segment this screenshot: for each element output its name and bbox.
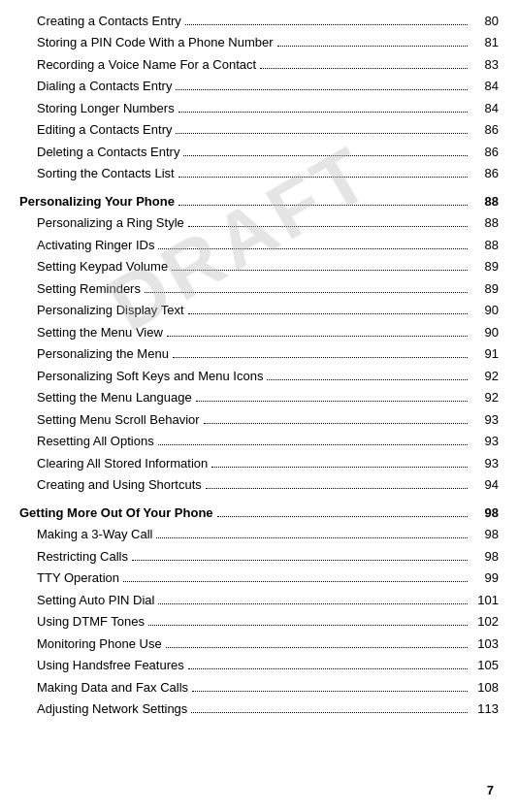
toc-dots-storing-pin (277, 46, 468, 47)
toc-row-sorting-contacts: Sorting the Contacts List86 (19, 163, 499, 185)
toc-row-resetting-options: Resetting All Options93 (19, 431, 499, 453)
toc-page-setting-keypad: 89 (471, 257, 499, 276)
toc-dots-setting-menu-scroll (204, 423, 468, 424)
toc-page-dialing-contacts: 84 (471, 77, 499, 96)
toc-page-storing-pin: 81 (471, 33, 499, 52)
toc-title-getting-more-header: Getting More Out Of Your Phone (19, 503, 213, 523)
toc-page-personalizing-display: 90 (471, 301, 499, 320)
toc-page-setting-menu-lang: 92 (471, 388, 499, 407)
toc-dots-setting-menu-view (167, 336, 468, 337)
toc-title-setting-reminders: Setting Reminders (19, 279, 141, 299)
toc-title-activating-ringer: Activating Ringer IDs (19, 236, 154, 255)
toc-dots-personalizing-menu (173, 357, 468, 358)
toc-title-making-3way: Making a 3-Way Call (19, 525, 152, 544)
toc-title-personalizing-header: Personalizing Your Phone (19, 192, 175, 211)
toc-page-creating-shortcuts: 94 (471, 475, 499, 495)
toc-title-resetting-options: Resetting All Options (19, 432, 154, 451)
toc-page-setting-auto-pin: 101 (471, 591, 499, 610)
toc-dots-clearing-stored (211, 467, 468, 468)
toc-page-personalizing-soft: 92 (471, 367, 499, 386)
toc-title-tty-operation: TTY Operation (19, 568, 119, 588)
toc-row-storing-longer: Storing Longer Numbers84 (19, 97, 499, 119)
toc-page-making-3way: 98 (471, 525, 499, 544)
toc-page-storing-longer: 84 (471, 99, 499, 118)
toc-dots-getting-more-header (217, 516, 468, 517)
toc-page-tty-operation: 99 (471, 568, 499, 588)
toc-title-personalizing-ring: Personalizing a Ring Style (19, 213, 184, 233)
toc-row-using-handsfree: Using Handsfree Features105 (19, 655, 499, 677)
toc-page-personalizing-ring: 88 (471, 213, 499, 233)
toc-page-deleting-contacts: 86 (471, 143, 499, 162)
toc-page-monitoring-phone: 103 (471, 634, 499, 654)
toc-dots-creating-contacts (185, 24, 468, 25)
toc-page-resetting-options: 93 (471, 432, 499, 451)
toc-page-restricting-calls: 98 (471, 547, 499, 567)
toc-dots-editing-contacts (176, 133, 468, 134)
toc-dots-setting-reminders (145, 292, 468, 293)
toc-dots-tty-operation (123, 581, 468, 582)
toc-page-sorting-contacts: 86 (471, 164, 499, 183)
toc-title-sorting-contacts: Sorting the Contacts List (19, 164, 175, 183)
toc-dots-monitoring-phone (166, 647, 468, 648)
toc-row-recording-voice: Recording a Voice Name For a Contact83 (19, 53, 499, 76)
toc-page-setting-menu-view: 90 (471, 323, 499, 342)
toc-title-creating-contacts: Creating a Contacts Entry (19, 12, 181, 31)
toc-row-getting-more-header: Getting More Out Of Your Phone98 (19, 502, 499, 524)
toc-row-creating-contacts: Creating a Contacts Entry80 (19, 10, 499, 32)
toc-dots-setting-keypad (172, 270, 468, 271)
toc-dots-using-handsfree (188, 668, 468, 669)
toc-title-storing-pin: Storing a PIN Code With a Phone Number (19, 33, 274, 52)
toc-page-activating-ringer: 88 (471, 236, 499, 255)
toc-title-setting-keypad: Setting Keypad Volume (19, 257, 168, 276)
toc-dots-personalizing-display (188, 313, 469, 314)
toc-page-setting-reminders: 89 (471, 279, 499, 299)
toc-row-setting-auto-pin: Setting Auto PIN Dial101 (19, 589, 499, 611)
toc-row-storing-pin: Storing a PIN Code With a Phone Number81 (19, 32, 499, 54)
toc-title-setting-menu-view: Setting the Menu View (19, 323, 163, 342)
toc-title-setting-auto-pin: Setting Auto PIN Dial (19, 591, 154, 610)
toc-dots-personalizing-header (178, 205, 468, 206)
toc-row-setting-menu-scroll: Setting Menu Scroll Behavior93 (19, 408, 499, 431)
toc-dots-recording-voice (260, 68, 468, 69)
toc-page-adjusting-network: 113 (471, 699, 499, 719)
toc-dots-restricting-calls (132, 560, 468, 561)
toc-page-personalizing-header: 88 (471, 192, 499, 211)
toc-page-making-data-fax: 108 (471, 678, 499, 698)
toc-row-tty-operation: TTY Operation99 (19, 568, 499, 590)
toc-row-personalizing-soft: Personalizing Soft Keys and Menu Icons92 (19, 365, 499, 387)
toc-dots-deleting-contacts (183, 155, 468, 156)
toc-dots-resetting-options (158, 444, 468, 445)
toc-list: Creating a Contacts Entry80Storing a PIN… (19, 10, 499, 720)
toc-title-recording-voice: Recording a Voice Name For a Contact (19, 55, 256, 75)
toc-page-getting-more-header: 98 (471, 503, 499, 523)
toc-title-dialing-contacts: Dialing a Contacts Entry (19, 77, 172, 96)
toc-title-clearing-stored: Clearing All Stored Information (19, 454, 208, 473)
toc-title-adjusting-network: Adjusting Network Settings (19, 699, 187, 719)
toc-row-setting-menu-view: Setting the Menu View90 (19, 321, 499, 343)
toc-row-using-dtmf: Using DTMF Tones102 (19, 611, 499, 633)
toc-title-setting-menu-lang: Setting the Menu Language (19, 388, 192, 407)
toc-dots-setting-menu-lang (196, 401, 468, 402)
toc-title-making-data-fax: Making Data and Fax Calls (19, 678, 188, 698)
toc-row-adjusting-network: Adjusting Network Settings113 (19, 698, 499, 721)
toc-title-editing-contacts: Editing a Contacts Entry (19, 120, 172, 140)
toc-row-activating-ringer: Activating Ringer IDs88 (19, 234, 499, 256)
toc-title-deleting-contacts: Deleting a Contacts Entry (19, 143, 179, 162)
toc-row-making-data-fax: Making Data and Fax Calls108 (19, 676, 499, 698)
toc-dots-dialing-contacts (176, 89, 468, 90)
toc-title-monitoring-phone: Monitoring Phone Use (19, 634, 162, 654)
toc-title-personalizing-display: Personalizing Display Text (19, 301, 184, 320)
toc-page-clearing-stored: 93 (471, 454, 499, 473)
toc-title-storing-longer: Storing Longer Numbers (19, 99, 175, 118)
toc-title-restricting-calls: Restricting Calls (19, 547, 128, 567)
toc-dots-storing-longer (178, 112, 468, 113)
toc-page-editing-contacts: 86 (471, 120, 499, 140)
toc-row-clearing-stored: Clearing All Stored Information93 (19, 452, 499, 474)
toc-dots-using-dtmf (148, 625, 468, 626)
toc-page-using-dtmf: 102 (471, 612, 499, 632)
toc-dots-personalizing-ring (188, 226, 468, 227)
toc-row-editing-contacts: Editing a Contacts Entry86 (19, 119, 499, 142)
toc-row-personalizing-ring: Personalizing a Ring Style88 (19, 212, 499, 235)
toc-row-making-3way: Making a 3-Way Call98 (19, 524, 499, 546)
toc-row-monitoring-phone: Monitoring Phone Use103 (19, 633, 499, 655)
